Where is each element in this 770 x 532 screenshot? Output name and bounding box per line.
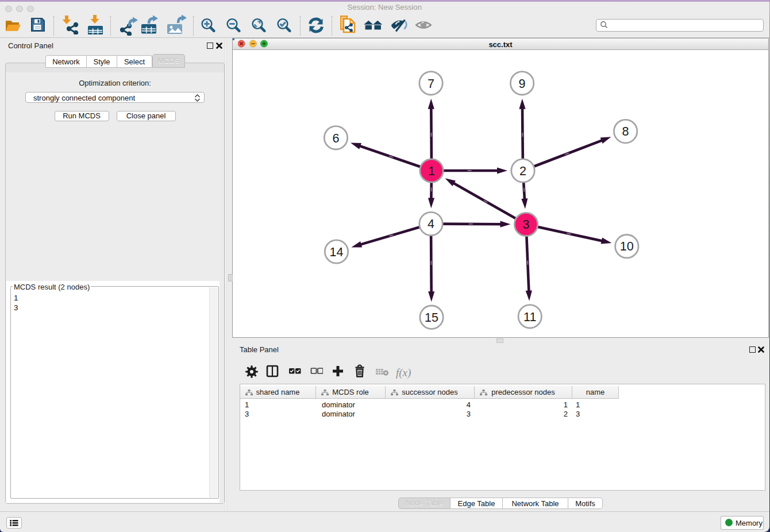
svg-text:11: 11 (523, 310, 536, 324)
svg-text:1: 1 (428, 164, 435, 178)
svg-text:3: 3 (523, 218, 530, 232)
svg-text:8: 8 (622, 125, 629, 138)
svg-text:2: 2 (519, 164, 526, 178)
svg-text:10: 10 (620, 240, 634, 253)
svg-text:7: 7 (428, 77, 434, 91)
svg-text:9: 9 (519, 77, 526, 91)
svg-text:14: 14 (330, 245, 344, 259)
svg-text:6: 6 (333, 132, 340, 145)
svg-text:4: 4 (428, 217, 434, 231)
svg-text:15: 15 (425, 311, 438, 325)
